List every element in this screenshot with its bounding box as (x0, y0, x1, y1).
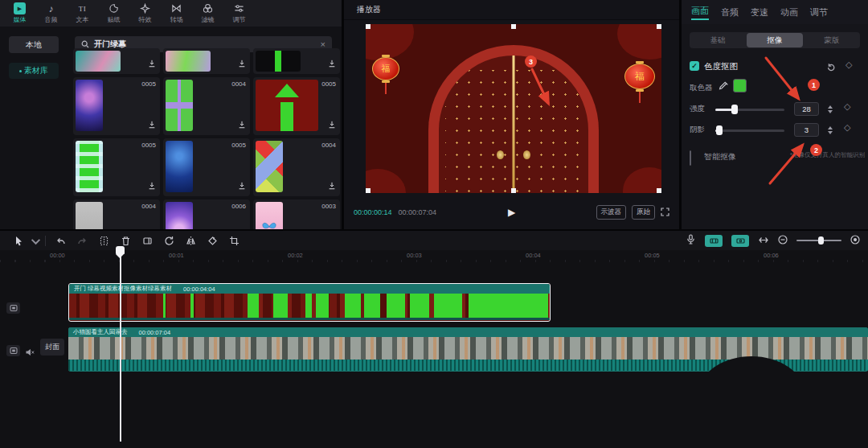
material-thumbnail (166, 80, 193, 131)
zoom-slider-handle[interactable] (818, 236, 824, 245)
material-item[interactable] (73, 48, 160, 74)
shadow-slider[interactable] (715, 129, 784, 132)
delete-icon[interactable] (115, 236, 137, 246)
material-thumbnail (256, 202, 283, 229)
checkbox-checked-icon (690, 61, 699, 71)
download-icon[interactable] (238, 179, 246, 193)
download-icon[interactable] (148, 56, 156, 71)
chroma-key-checkbox[interactable] (690, 61, 699, 71)
cover-button[interactable]: 封面 (40, 339, 64, 356)
reset-icon[interactable] (826, 61, 836, 76)
fullscreen-icon[interactable] (661, 205, 669, 220)
auto-snap-toggle[interactable] (731, 235, 749, 247)
tab-transition[interactable]: 转场 (162, 2, 191, 24)
picked-color-swatch[interactable] (733, 79, 747, 92)
playhead-handle[interactable] (116, 246, 125, 254)
shadow-stepper[interactable] (825, 123, 835, 137)
zoom-out-icon[interactable] (778, 233, 788, 248)
keyframe-diamond-icon[interactable] (844, 122, 850, 133)
clip-main-video[interactable]: 小猫圆看主人回家去 00:00:07:04 (68, 327, 868, 372)
material-item[interactable]: 0005 (73, 138, 160, 196)
tab-speed[interactable]: 变速 (751, 6, 768, 18)
download-icon[interactable] (238, 117, 246, 132)
scope-button[interactable]: 示波器 (596, 205, 627, 220)
keyframe-diamond-icon[interactable] (845, 60, 852, 70)
rotate-icon[interactable] (202, 236, 223, 246)
split-icon[interactable] (93, 236, 115, 246)
play-icon[interactable] (508, 207, 515, 218)
original-ratio-button[interactable]: 原始 (632, 205, 655, 220)
strength-value-input[interactable]: 28 (794, 102, 819, 116)
strength-slider-handle[interactable] (731, 105, 738, 114)
download-icon[interactable] (238, 56, 246, 71)
preview-axis-icon[interactable] (758, 233, 769, 248)
main-track-snap-toggle[interactable] (705, 235, 723, 247)
tab-sticker[interactable]: 贴纸 (99, 2, 129, 24)
nav-material-library[interactable]: 素材库 (9, 63, 59, 79)
download-icon[interactable] (328, 117, 336, 132)
redo-icon[interactable] (72, 236, 93, 246)
subtab-mask[interactable]: 蒙版 (804, 32, 860, 48)
clip-greenscreen-door[interactable]: 开门 绿幕视频素材抠像素材绿幕素材 00:00:04:04 (68, 283, 551, 322)
tab-adjust[interactable]: 调节 (224, 2, 254, 24)
tab-effects[interactable]: 特效 (130, 2, 160, 24)
freeze-frame-icon[interactable] (137, 236, 158, 246)
crop-icon[interactable] (223, 236, 245, 246)
strength-slider[interactable] (715, 109, 784, 111)
material-item[interactable] (253, 48, 340, 74)
resize-handle[interactable] (366, 188, 371, 193)
microphone-icon[interactable] (686, 233, 696, 248)
playhead-handle-tip (116, 254, 124, 258)
timeline-zoom-slider[interactable] (796, 240, 841, 241)
lantern-right: 福 (624, 61, 655, 103)
keyframe-diamond-icon[interactable] (844, 101, 850, 112)
strength-stepper[interactable] (825, 102, 835, 116)
download-icon[interactable] (148, 117, 156, 132)
resize-handle[interactable] (511, 24, 516, 29)
tab-media[interactable]: 媒体 (5, 2, 35, 24)
chevron-down-icon[interactable] (30, 236, 41, 246)
subtab-basic[interactable]: 基础 (690, 32, 746, 48)
mirror-icon[interactable] (180, 236, 202, 246)
material-item-selected[interactable]: 0005 (253, 77, 340, 135)
download-icon[interactable] (328, 179, 336, 193)
locate-playhead-icon[interactable] (850, 233, 860, 248)
tab-animation[interactable]: 动画 (780, 6, 798, 18)
eyedropper-icon[interactable] (719, 80, 729, 95)
undo-icon[interactable] (50, 236, 72, 246)
material-item[interactable]: 0003 (253, 199, 340, 229)
clear-search-icon[interactable] (321, 40, 326, 49)
tab-picture[interactable]: 画面 (691, 5, 709, 20)
preview-video[interactable]: 福 福 (366, 24, 661, 193)
tab-filter[interactable]: 滤镜 (193, 2, 223, 24)
material-item[interactable]: 0004 (73, 199, 160, 229)
resize-handle[interactable] (657, 188, 661, 193)
smart-matting-checkbox[interactable] (690, 151, 691, 166)
subtab-matting[interactable]: 抠像 (747, 33, 803, 47)
tab-audio-settings[interactable]: 音频 (721, 6, 739, 18)
shadow-value-input[interactable]: 3 (794, 123, 819, 137)
shadow-slider-handle[interactable] (716, 125, 723, 135)
material-item[interactable] (163, 48, 250, 74)
nav-local[interactable]: 本地 (9, 36, 59, 53)
select-cursor-icon[interactable] (8, 236, 30, 246)
mute-track-icon[interactable] (25, 346, 35, 360)
resize-handle[interactable] (511, 188, 516, 193)
material-item[interactable]: 0005 (163, 138, 250, 196)
material-item[interactable]: 0005 (73, 77, 160, 135)
playhead-line[interactable] (120, 256, 121, 442)
material-item[interactable]: 0006 (163, 199, 250, 229)
resize-handle[interactable] (366, 24, 371, 29)
track-options-icon[interactable] (6, 302, 20, 314)
tab-text[interactable]: 文本 (68, 2, 97, 24)
material-item[interactable]: 0004 (253, 138, 340, 196)
tab-audio[interactable]: 音频 (36, 2, 66, 24)
download-icon[interactable] (328, 56, 336, 71)
reverse-icon[interactable] (158, 236, 180, 246)
timeline-ruler[interactable]: 00:00 00:01 00:02 00:03 00:04 00:05 00:0… (0, 250, 868, 262)
material-item[interactable]: 0004 (163, 77, 250, 135)
track-options-icon[interactable] (6, 345, 20, 356)
tab-adjustment[interactable]: 调节 (810, 6, 828, 18)
download-icon[interactable] (148, 179, 156, 193)
resize-handle[interactable] (657, 24, 661, 29)
